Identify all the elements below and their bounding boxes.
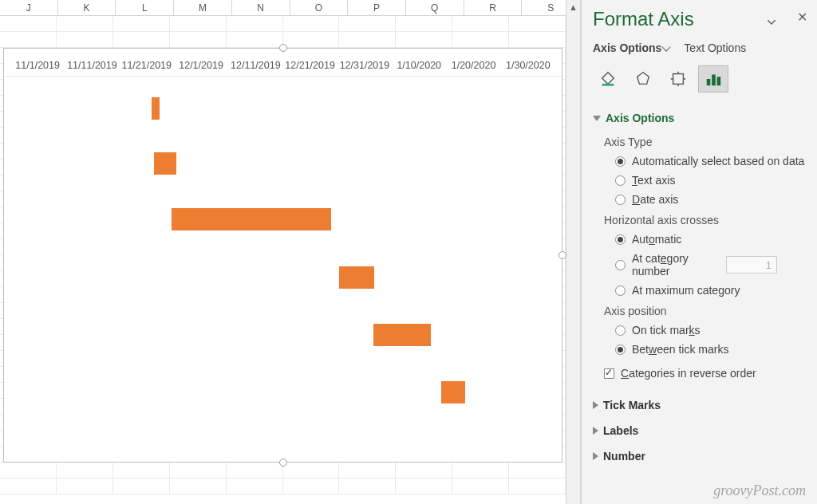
section-label: Labels	[603, 424, 638, 437]
section-axis-options[interactable]: Axis Options	[593, 108, 806, 128]
radio-on-tick[interactable]: On tick marks	[604, 321, 806, 340]
worksheet: J K L M N O P Q R S	[0, 0, 581, 504]
radio-icon	[615, 156, 626, 167]
axis-tick-label: 12/21/2019	[282, 60, 337, 71]
checkbox-reverse-order[interactable]: Categories in reverse order	[604, 364, 806, 383]
col-header[interactable]: L	[116, 0, 174, 15]
column-headers: J K L M N O P Q R S	[0, 0, 580, 16]
chevron-down-icon	[662, 42, 671, 51]
radio-crosses-auto[interactable]: Automatic	[604, 230, 806, 249]
axis-options-icon[interactable]	[698, 65, 728, 93]
radio-label: On tick marks	[632, 324, 701, 337]
radio-between-tick[interactable]: Between tick marks	[604, 340, 806, 359]
close-icon[interactable]: ✕	[797, 10, 807, 25]
radio-auto-select[interactable]: Automatically select based on data	[604, 152, 806, 171]
axis-tick-label: 12/11/2019	[228, 60, 282, 71]
svg-rect-4	[717, 77, 721, 85]
tab-axis-options[interactable]: Axis Options	[593, 41, 669, 54]
axis-tick-label: 1/10/2020	[392, 60, 446, 71]
radio-label: At category number	[632, 252, 720, 278]
col-header[interactable]: O	[290, 0, 349, 15]
radio-icon	[615, 260, 626, 270]
checkbox-label: Categories in reverse order	[621, 367, 756, 380]
section-labels[interactable]: Labels	[593, 421, 806, 440]
radio-date-axis[interactable]: Date axis	[604, 190, 806, 209]
radio-icon	[615, 234, 626, 245]
col-header[interactable]: M	[174, 0, 232, 15]
vertical-scrollbar[interactable]: ▲	[566, 0, 580, 504]
svg-rect-3	[712, 75, 716, 86]
section-tick-marks[interactable]: Tick Marks	[593, 396, 806, 415]
section-label: Axis Options	[606, 112, 674, 124]
resize-handle-top[interactable]	[279, 44, 287, 52]
axis-tick-label: 12/31/2019	[337, 60, 392, 71]
tab-label: Axis Options	[593, 41, 661, 54]
expand-icon	[593, 427, 598, 435]
axis-tick-label: 11/11/2019	[65, 60, 119, 71]
axis-type-label: Axis Type	[604, 131, 806, 152]
radio-label: At maximum category	[632, 284, 740, 297]
gantt-chart[interactable]: 11/1/2019 11/11/2019 11/21/2019 12/1/201…	[3, 48, 562, 463]
axis-tick-label: 11/1/2019	[10, 60, 65, 71]
radio-text-axis[interactable]: Text axis	[604, 171, 806, 190]
radio-label: Between tick marks	[632, 343, 728, 356]
format-axis-panel: Format Axis ✕ Axis Options Text Options	[581, 0, 817, 504]
col-header[interactable]: R	[464, 0, 523, 15]
axis-tick-label: 1/20/2020	[446, 60, 500, 71]
section-number[interactable]: Number	[593, 447, 806, 466]
radio-label: Date axis	[632, 193, 678, 206]
effects-icon[interactable]	[628, 65, 658, 93]
chart-bar[interactable]	[339, 266, 374, 289]
axis-tick-label: 11/21/2019	[120, 60, 174, 71]
chart-bar[interactable]	[172, 208, 331, 230]
col-header[interactable]: N	[232, 0, 290, 15]
radio-icon	[615, 345, 626, 355]
axis-tick-label: 1/30/2020	[501, 60, 555, 71]
scroll-up-icon[interactable]: ▲	[566, 0, 580, 14]
radio-icon	[615, 325, 626, 336]
col-header[interactable]: J	[0, 0, 58, 15]
fill-line-icon[interactable]	[593, 65, 623, 93]
svg-rect-1	[673, 74, 684, 85]
expand-icon	[593, 401, 598, 409]
checkbox-icon	[604, 368, 614, 379]
section-label: Tick Marks	[603, 399, 661, 411]
radio-crosses-max[interactable]: At maximum category	[604, 281, 806, 300]
col-header[interactable]: P	[348, 0, 406, 15]
resize-handle-bottom[interactable]	[279, 459, 287, 467]
radio-icon	[615, 285, 626, 296]
radio-crosses-cat-num[interactable]: At category number	[604, 249, 806, 281]
radio-label: Automatically select based on data	[632, 155, 804, 167]
tab-text-options[interactable]: Text Options	[684, 41, 746, 54]
radio-label: Automatic	[632, 233, 681, 246]
axis-tick-label: 12/1/2019	[174, 60, 228, 71]
panel-options-icon[interactable]	[768, 14, 776, 27]
expand-icon	[593, 452, 598, 460]
axis-position-label: Axis position	[604, 300, 806, 321]
radio-icon	[615, 175, 626, 186]
svg-marker-0	[637, 73, 649, 85]
chart-bar[interactable]	[152, 97, 160, 120]
collapse-icon	[593, 116, 601, 121]
section-label: Number	[603, 450, 645, 463]
chart-bar[interactable]	[154, 152, 176, 175]
svg-rect-2	[707, 79, 711, 85]
col-header[interactable]: Q	[406, 0, 464, 15]
chart-x-axis: 11/1/2019 11/11/2019 11/21/2019 12/1/201…	[4, 49, 562, 77]
col-header[interactable]: K	[58, 0, 116, 15]
radio-label: Text axis	[632, 174, 675, 187]
category-number-input[interactable]	[726, 256, 777, 274]
radio-icon	[615, 195, 626, 205]
size-properties-icon[interactable]	[663, 65, 693, 93]
chart-bar[interactable]	[441, 381, 465, 404]
crosses-label: Horizontal axis crosses	[604, 209, 806, 230]
chart-plot-area[interactable]	[4, 77, 562, 451]
chart-bar[interactable]	[373, 324, 431, 346]
